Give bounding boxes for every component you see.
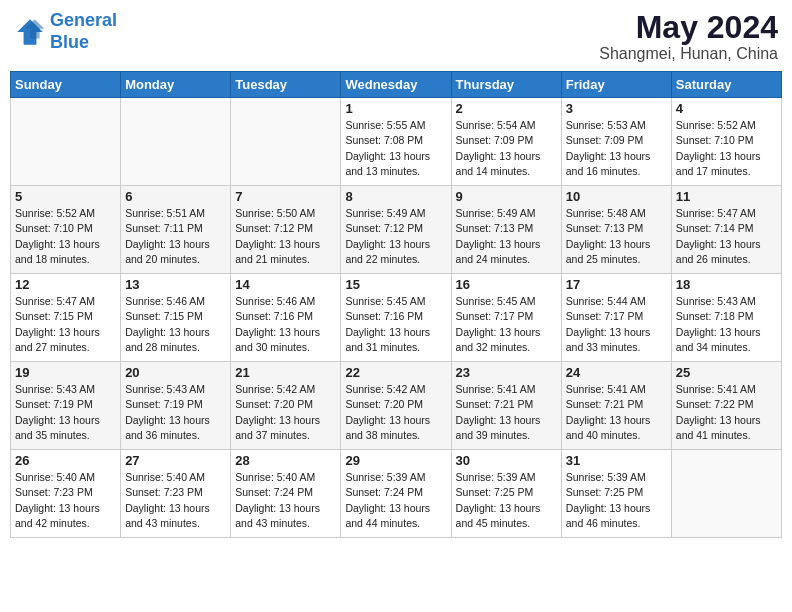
weekday-header-saturday: Saturday [671,72,781,98]
week-row-4: 19Sunrise: 5:43 AMSunset: 7:19 PMDayligh… [11,362,782,450]
day-number: 30 [456,453,557,468]
day-info: Sunrise: 5:41 AMSunset: 7:22 PMDaylight:… [676,382,777,443]
day-number: 23 [456,365,557,380]
calendar-cell: 15Sunrise: 5:45 AMSunset: 7:16 PMDayligh… [341,274,451,362]
calendar-cell: 30Sunrise: 5:39 AMSunset: 7:25 PMDayligh… [451,450,561,538]
day-number: 13 [125,277,226,292]
day-number: 5 [15,189,116,204]
calendar-cell: 17Sunrise: 5:44 AMSunset: 7:17 PMDayligh… [561,274,671,362]
day-number: 26 [15,453,116,468]
day-info: Sunrise: 5:54 AMSunset: 7:09 PMDaylight:… [456,118,557,179]
day-info: Sunrise: 5:49 AMSunset: 7:13 PMDaylight:… [456,206,557,267]
calendar-cell [11,98,121,186]
weekday-header-tuesday: Tuesday [231,72,341,98]
calendar-cell: 23Sunrise: 5:41 AMSunset: 7:21 PMDayligh… [451,362,561,450]
day-number: 11 [676,189,777,204]
day-number: 10 [566,189,667,204]
calendar-cell: 22Sunrise: 5:42 AMSunset: 7:20 PMDayligh… [341,362,451,450]
calendar-cell: 5Sunrise: 5:52 AMSunset: 7:10 PMDaylight… [11,186,121,274]
day-info: Sunrise: 5:39 AMSunset: 7:24 PMDaylight:… [345,470,446,531]
weekday-header-thursday: Thursday [451,72,561,98]
day-info: Sunrise: 5:40 AMSunset: 7:23 PMDaylight:… [125,470,226,531]
logo-text: General Blue [50,10,117,53]
calendar-cell: 13Sunrise: 5:46 AMSunset: 7:15 PMDayligh… [121,274,231,362]
day-number: 1 [345,101,446,116]
calendar-cell: 14Sunrise: 5:46 AMSunset: 7:16 PMDayligh… [231,274,341,362]
calendar-cell: 19Sunrise: 5:43 AMSunset: 7:19 PMDayligh… [11,362,121,450]
day-info: Sunrise: 5:51 AMSunset: 7:11 PMDaylight:… [125,206,226,267]
logo-line2: Blue [50,32,89,52]
week-row-1: 1Sunrise: 5:55 AMSunset: 7:08 PMDaylight… [11,98,782,186]
weekday-header-row: SundayMondayTuesdayWednesdayThursdayFrid… [11,72,782,98]
day-number: 9 [456,189,557,204]
calendar-cell: 26Sunrise: 5:40 AMSunset: 7:23 PMDayligh… [11,450,121,538]
title-block: May 2024 Shangmei, Hunan, China [599,10,778,63]
day-info: Sunrise: 5:46 AMSunset: 7:15 PMDaylight:… [125,294,226,355]
calendar-cell: 4Sunrise: 5:52 AMSunset: 7:10 PMDaylight… [671,98,781,186]
day-number: 14 [235,277,336,292]
day-number: 2 [456,101,557,116]
day-info: Sunrise: 5:43 AMSunset: 7:19 PMDaylight:… [15,382,116,443]
calendar-cell: 2Sunrise: 5:54 AMSunset: 7:09 PMDaylight… [451,98,561,186]
day-number: 24 [566,365,667,380]
calendar-cell: 3Sunrise: 5:53 AMSunset: 7:09 PMDaylight… [561,98,671,186]
logo-icon [14,16,46,48]
weekday-header-sunday: Sunday [11,72,121,98]
calendar-cell: 29Sunrise: 5:39 AMSunset: 7:24 PMDayligh… [341,450,451,538]
month-title: May 2024 [599,10,778,45]
day-info: Sunrise: 5:39 AMSunset: 7:25 PMDaylight:… [566,470,667,531]
day-info: Sunrise: 5:45 AMSunset: 7:16 PMDaylight:… [345,294,446,355]
calendar-cell: 25Sunrise: 5:41 AMSunset: 7:22 PMDayligh… [671,362,781,450]
calendar-cell: 6Sunrise: 5:51 AMSunset: 7:11 PMDaylight… [121,186,231,274]
calendar-cell: 24Sunrise: 5:41 AMSunset: 7:21 PMDayligh… [561,362,671,450]
day-info: Sunrise: 5:42 AMSunset: 7:20 PMDaylight:… [235,382,336,443]
day-number: 19 [15,365,116,380]
day-info: Sunrise: 5:52 AMSunset: 7:10 PMDaylight:… [15,206,116,267]
day-number: 17 [566,277,667,292]
calendar-cell: 18Sunrise: 5:43 AMSunset: 7:18 PMDayligh… [671,274,781,362]
day-info: Sunrise: 5:52 AMSunset: 7:10 PMDaylight:… [676,118,777,179]
weekday-header-wednesday: Wednesday [341,72,451,98]
day-number: 27 [125,453,226,468]
calendar-cell [121,98,231,186]
day-number: 21 [235,365,336,380]
day-info: Sunrise: 5:42 AMSunset: 7:20 PMDaylight:… [345,382,446,443]
day-number: 28 [235,453,336,468]
day-info: Sunrise: 5:41 AMSunset: 7:21 PMDaylight:… [456,382,557,443]
day-info: Sunrise: 5:47 AMSunset: 7:14 PMDaylight:… [676,206,777,267]
day-info: Sunrise: 5:43 AMSunset: 7:19 PMDaylight:… [125,382,226,443]
calendar-cell: 27Sunrise: 5:40 AMSunset: 7:23 PMDayligh… [121,450,231,538]
logo-line1: General [50,10,117,30]
calendar-cell: 12Sunrise: 5:47 AMSunset: 7:15 PMDayligh… [11,274,121,362]
day-number: 7 [235,189,336,204]
calendar-cell: 31Sunrise: 5:39 AMSunset: 7:25 PMDayligh… [561,450,671,538]
day-info: Sunrise: 5:43 AMSunset: 7:18 PMDaylight:… [676,294,777,355]
day-number: 16 [456,277,557,292]
day-number: 31 [566,453,667,468]
day-info: Sunrise: 5:46 AMSunset: 7:16 PMDaylight:… [235,294,336,355]
calendar-cell: 10Sunrise: 5:48 AMSunset: 7:13 PMDayligh… [561,186,671,274]
day-number: 6 [125,189,226,204]
day-info: Sunrise: 5:40 AMSunset: 7:24 PMDaylight:… [235,470,336,531]
calendar-cell: 9Sunrise: 5:49 AMSunset: 7:13 PMDaylight… [451,186,561,274]
day-number: 18 [676,277,777,292]
day-info: Sunrise: 5:41 AMSunset: 7:21 PMDaylight:… [566,382,667,443]
week-row-5: 26Sunrise: 5:40 AMSunset: 7:23 PMDayligh… [11,450,782,538]
calendar-cell: 1Sunrise: 5:55 AMSunset: 7:08 PMDaylight… [341,98,451,186]
weekday-header-monday: Monday [121,72,231,98]
day-number: 22 [345,365,446,380]
calendar-table: SundayMondayTuesdayWednesdayThursdayFrid… [10,71,782,538]
day-info: Sunrise: 5:45 AMSunset: 7:17 PMDaylight:… [456,294,557,355]
day-number: 25 [676,365,777,380]
location-title: Shangmei, Hunan, China [599,45,778,63]
day-number: 20 [125,365,226,380]
day-info: Sunrise: 5:48 AMSunset: 7:13 PMDaylight:… [566,206,667,267]
day-info: Sunrise: 5:47 AMSunset: 7:15 PMDaylight:… [15,294,116,355]
weekday-header-friday: Friday [561,72,671,98]
day-info: Sunrise: 5:55 AMSunset: 7:08 PMDaylight:… [345,118,446,179]
day-number: 3 [566,101,667,116]
calendar-cell: 21Sunrise: 5:42 AMSunset: 7:20 PMDayligh… [231,362,341,450]
day-info: Sunrise: 5:44 AMSunset: 7:17 PMDaylight:… [566,294,667,355]
week-row-2: 5Sunrise: 5:52 AMSunset: 7:10 PMDaylight… [11,186,782,274]
calendar-cell: 20Sunrise: 5:43 AMSunset: 7:19 PMDayligh… [121,362,231,450]
